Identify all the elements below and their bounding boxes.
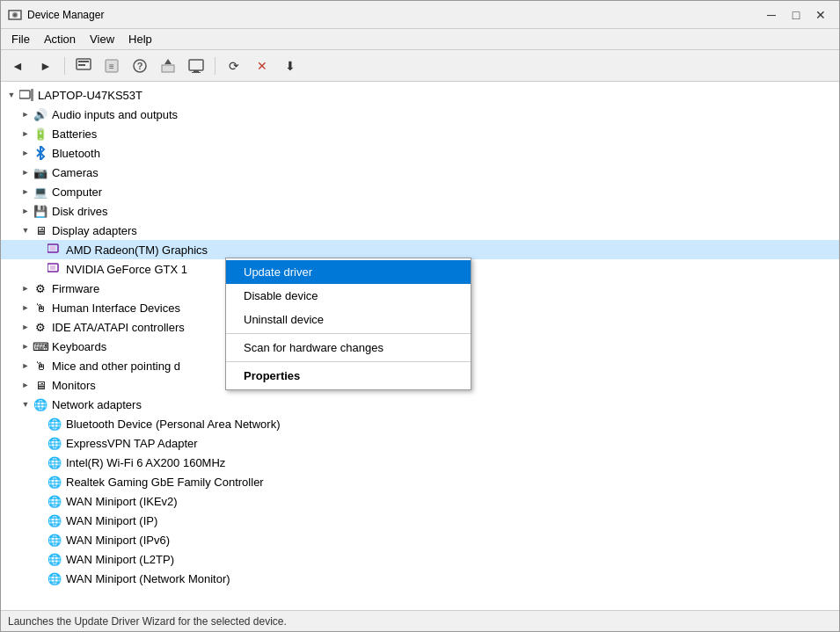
disk-label: Disk drives [52, 205, 108, 218]
svg-text:≡: ≡ [109, 62, 114, 71]
network-label: Network adapters [52, 398, 142, 411]
tree-item-display[interactable]: ▼ 🖥 Display adapters [1, 221, 839, 240]
network-toggle-icon[interactable]: ▼ [18, 397, 33, 411]
window-title: Device Manager [27, 9, 760, 21]
firmware-toggle-icon[interactable]: ► [18, 281, 33, 295]
bluetooth-icon [33, 145, 48, 161]
menu-bar: File Action View Help [1, 29, 839, 50]
tree-item-computer[interactable]: ► 💻 Computer [1, 182, 839, 201]
computer-label: Computer [52, 185, 102, 199]
tree-item-bluetooth[interactable]: ► Bluetooth [1, 143, 839, 163]
tree-item-bluetooth-dev[interactable]: ► 🌐 Bluetooth Device (Personal Area Netw… [1, 414, 839, 433]
menu-view[interactable]: View [83, 31, 121, 47]
batteries-toggle-icon[interactable]: ► [18, 127, 33, 141]
root-toggle-icon[interactable]: ▼ [4, 88, 18, 102]
wan-network-monitor-label: WAN Miniport (Network Monitor) [66, 572, 230, 585]
tree-item-batteries[interactable]: ► 🔋 Batteries [1, 124, 839, 143]
tree-item-cameras[interactable]: ► 📷 Cameras [1, 163, 839, 182]
expressvpn-label: ExpressVPN TAP Adapter [66, 437, 198, 450]
realtek-label: Realtek Gaming GbE Family Controller [66, 476, 264, 489]
download-button[interactable]: ⬇ [277, 54, 303, 78]
svg-rect-12 [189, 60, 203, 70]
context-menu-uninstall-device[interactable]: Uninstall device [226, 308, 471, 331]
bluetooth-dev-label: Bluetooth Device (Personal Area Network) [66, 418, 281, 431]
menu-action[interactable]: Action [37, 31, 83, 47]
minimize-button[interactable]: ─ [760, 4, 783, 26]
monitor-button[interactable] [183, 54, 209, 78]
forward-button[interactable]: ► [33, 54, 59, 78]
svg-rect-15 [19, 91, 30, 98]
title-bar: Device Manager ─ □ ✕ [1, 1, 839, 29]
svg-rect-10 [162, 65, 174, 72]
menu-help[interactable]: Help [121, 31, 159, 47]
tree-item-network[interactable]: ▼ 🌐 Network adapters [1, 395, 839, 414]
tree-item-realtek[interactable]: ► 🌐 Realtek Gaming GbE Family Controller [1, 472, 839, 491]
ide-toggle-icon[interactable]: ► [18, 320, 33, 334]
display-toggle-icon[interactable]: ▼ [18, 223, 33, 237]
svg-rect-18 [50, 246, 55, 251]
update-driver-button[interactable] [155, 54, 181, 78]
root-label: LAPTOP-U47KS53T [38, 89, 142, 102]
tree-item-amd[interactable]: ► AMD Radeon(TM) Graphics [1, 240, 839, 259]
scan-button[interactable]: ⟳ [221, 54, 247, 78]
tree-item-wan-l2tp[interactable]: ► 🌐 WAN Miniport (L2TP) [1, 549, 839, 569]
tree-item-wan-ipv6[interactable]: ► 🌐 WAN Miniport (IPv6) [1, 530, 839, 549]
context-menu-disable-device[interactable]: Disable device [226, 284, 471, 308]
mice-toggle-icon[interactable]: ► [18, 359, 33, 373]
help-button[interactable]: ? [127, 54, 153, 78]
ide-label: IDE ATA/ATAPI controllers [52, 321, 185, 334]
hid-toggle-icon[interactable]: ► [18, 301, 33, 315]
keyboards-toggle-icon[interactable]: ► [18, 339, 33, 353]
hid-label: Human Interface Devices [52, 301, 180, 315]
keyboards-icon: ⌨ [33, 338, 48, 354]
tree-item-wan-ikev2[interactable]: ► 🌐 WAN Miniport (IKEv2) [1, 491, 839, 511]
toolbar-sep-1 [64, 57, 65, 75]
mice-label: Mice and other pointing d [52, 360, 180, 373]
bluetooth-toggle-icon[interactable]: ► [18, 146, 33, 160]
wan-l2tp-icon: 🌐 [47, 551, 62, 567]
tree-item-disk[interactable]: ► 💾 Disk drives [1, 201, 839, 221]
context-menu-update-driver[interactable]: Update driver [226, 260, 471, 284]
tree-item-audio[interactable]: ► 🔊 Audio inputs and outputs [1, 105, 839, 124]
menu-file[interactable]: File [4, 31, 37, 47]
amd-label: AMD Radeon(TM) Graphics [66, 243, 208, 257]
context-menu-sep-1 [226, 333, 471, 334]
device-manager-window: Device Manager ─ □ ✕ File Action View He… [0, 0, 840, 632]
disk-toggle-icon[interactable]: ► [18, 204, 33, 218]
network-icon: 🌐 [33, 396, 48, 412]
expressvpn-icon: 🌐 [47, 435, 62, 451]
svg-point-2 [14, 13, 17, 16]
bluetooth-dev-icon: 🌐 [47, 416, 62, 432]
tree-item-intel-wifi[interactable]: ► 🌐 Intel(R) Wi-Fi 6 AX200 160MHz [1, 453, 839, 472]
maximize-button[interactable]: □ [785, 4, 807, 26]
wan-network-monitor-icon: 🌐 [47, 570, 62, 586]
tree-item-expressvpn[interactable]: ► 🌐 ExpressVPN TAP Adapter [1, 433, 839, 453]
intel-wifi-icon: 🌐 [47, 454, 62, 470]
svg-rect-5 [78, 64, 85, 66]
wan-l2tp-label: WAN Miniport (L2TP) [66, 553, 174, 566]
cameras-toggle-icon[interactable]: ► [18, 165, 33, 179]
ide-icon: ⚙ [33, 319, 48, 335]
monitors-toggle-icon[interactable]: ► [18, 378, 33, 392]
show-properties-button[interactable] [70, 54, 97, 78]
tree-item-wan-ip[interactable]: ► 🌐 WAN Miniport (IP) [1, 511, 839, 530]
properties-button[interactable]: ≡ [99, 54, 125, 78]
wan-ipv6-icon: 🌐 [47, 532, 62, 548]
computer-toggle-icon[interactable]: ► [18, 185, 33, 199]
context-menu-scan-hardware[interactable]: Scan for hardware changes [226, 336, 471, 360]
wan-ip-label: WAN Miniport (IP) [66, 514, 157, 527]
nvidia-label: NVIDIA GeForce GTX 1 [66, 263, 187, 276]
firmware-icon: ⚙ [33, 280, 48, 296]
status-bar: Launches the Update Driver Wizard for th… [1, 610, 839, 631]
tree-root[interactable]: ▼ LAPTOP-U47KS53T [1, 85, 839, 105]
title-bar-controls: ─ □ ✕ [760, 4, 832, 26]
batteries-label: Batteries [52, 127, 97, 141]
audio-label: Audio inputs and outputs [52, 108, 178, 121]
audio-toggle-icon[interactable]: ► [18, 107, 33, 121]
close-button[interactable]: ✕ [809, 4, 832, 26]
tree-item-wan-network-monitor[interactable]: ► 🌐 WAN Miniport (Network Monitor) [1, 569, 839, 588]
svg-text:?: ? [137, 61, 143, 71]
context-menu-properties[interactable]: Properties [226, 364, 471, 388]
back-button[interactable]: ◄ [4, 54, 31, 78]
uninstall-button[interactable]: ✕ [249, 54, 275, 78]
